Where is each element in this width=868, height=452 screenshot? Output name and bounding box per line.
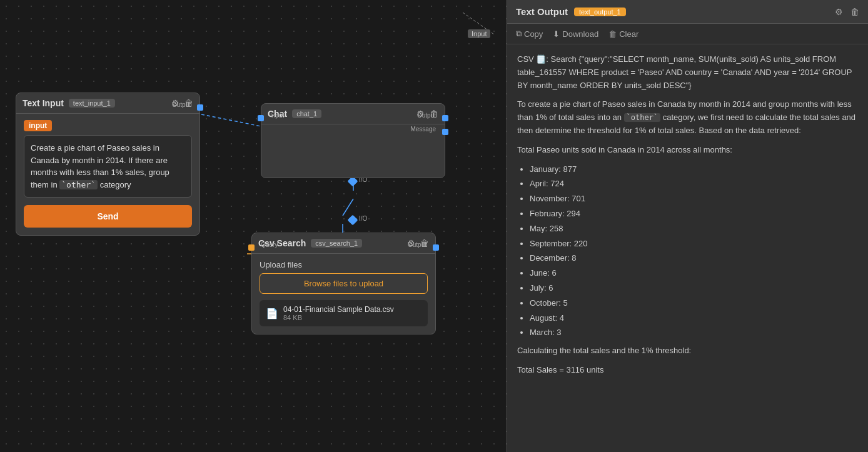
chat-output-port: [442, 115, 448, 121]
download-button[interactable]: ⬇ Download: [553, 29, 598, 39]
panel-id-badge: text_output_1: [574, 8, 626, 16]
chat-output-label: Output: [417, 112, 436, 119]
browse-files-button[interactable]: Browse files to upload: [260, 273, 428, 294]
copy-button[interactable]: ⧉ Copy: [516, 29, 543, 39]
csv-search-id-badge: csv_search_1: [311, 239, 362, 248]
file-icon: 📄: [266, 308, 278, 319]
chat-input-label: Input: [270, 112, 284, 119]
chat-message-port: [442, 129, 448, 135]
file-name: 04-01-Financial Sample Data.csv: [283, 305, 394, 314]
month-item: March: 3: [530, 326, 858, 339]
send-button[interactable]: Send: [24, 205, 192, 228]
content-paragraph1: To create a pie chart of Paseo sales in …: [517, 98, 858, 137]
panel-delete-button[interactable]: 🗑: [850, 7, 859, 17]
panel-header: Text Output text_output_1 ⚙ 🗑: [507, 0, 868, 24]
csv-output-port: [433, 244, 439, 251]
content-intro: CSV 🗒️: Search {"query":"SELECT month_na…: [517, 53, 858, 92]
file-size: 84 KB: [283, 314, 394, 321]
input-port-label: Input: [468, 29, 490, 38]
clear-icon: 🗑: [608, 29, 617, 39]
text-input-id-badge: text_input_1: [69, 99, 115, 108]
download-label: Download: [562, 29, 598, 39]
chat-node: Chat chat_1 ⚙ 🗑 Input Output Message: [261, 103, 445, 178]
copy-icon: ⧉: [516, 29, 522, 39]
month-list: January: 877 April: 724 November: 701 Fe…: [517, 163, 858, 340]
chat-input-port: [258, 115, 264, 121]
month-item: June: 6: [530, 267, 858, 280]
chat-message-label: Message: [410, 126, 436, 133]
panel-toolbar: ⧉ Copy ⬇ Download 🗑 Clear: [507, 24, 868, 44]
upload-label: Upload files: [260, 260, 428, 269]
text-input-node: Text Input text_input_1 ⚙ 🗑 Output input…: [16, 93, 200, 236]
month-item: May: 258: [530, 223, 858, 236]
file-info: 04-01-Financial Sample Data.csv 84 KB: [283, 305, 394, 321]
text-output-panel: Text Output text_output_1 ⚙ 🗑 ⧉ Copy ⬇ D…: [507, 0, 868, 452]
text-input-title: Text Input: [23, 98, 64, 108]
content-total-sales: Total Sales = 3116 units: [517, 364, 858, 377]
month-item: January: 877: [530, 163, 858, 176]
month-item: July: 6: [530, 282, 858, 295]
file-item: 📄 04-01-Financial Sample Data.csv 84 KB: [260, 300, 428, 326]
download-icon: ⬇: [553, 29, 560, 39]
panel-settings-button[interactable]: ⚙: [835, 7, 843, 17]
output-port-label: Output: [172, 101, 191, 108]
month-item: February: 294: [530, 208, 858, 221]
input-text-content: Create a pie chart of Paseo sales in Can…: [24, 135, 192, 198]
panel-content[interactable]: CSV 🗒️: Search {"query":"SELECT month_na…: [507, 44, 868, 452]
text-input-output-port: [197, 104, 203, 111]
copy-label: Copy: [524, 29, 543, 39]
month-item: November: 701: [530, 193, 858, 206]
content-total-label: Total Paseo units sold in Canada in 2014…: [517, 144, 858, 157]
input-type-label: input: [24, 120, 52, 131]
panel-actions: ⚙ 🗑: [835, 7, 859, 17]
panel-title: Text Output: [516, 6, 568, 17]
month-item: October: 5: [530, 297, 858, 310]
csv-query-port: [248, 244, 255, 251]
month-item: April: 724: [530, 178, 858, 191]
content-paragraph2: Calculating the total sales and the 1% t…: [517, 344, 858, 358]
month-item: September: 220: [530, 238, 858, 251]
clear-button[interactable]: 🗑 Clear: [608, 29, 638, 39]
month-item: December: 8: [530, 252, 858, 265]
csv-query-label: Query: [261, 241, 278, 248]
chat-id-badge: chat_1: [292, 109, 321, 118]
csv-search-node: Csv Search csv_search_1 ⚙ 🗑 Query Output…: [251, 233, 436, 334]
clear-label: Clear: [619, 29, 638, 39]
month-item: August: 4: [530, 312, 858, 325]
csv-output-label: Output: [408, 241, 426, 248]
